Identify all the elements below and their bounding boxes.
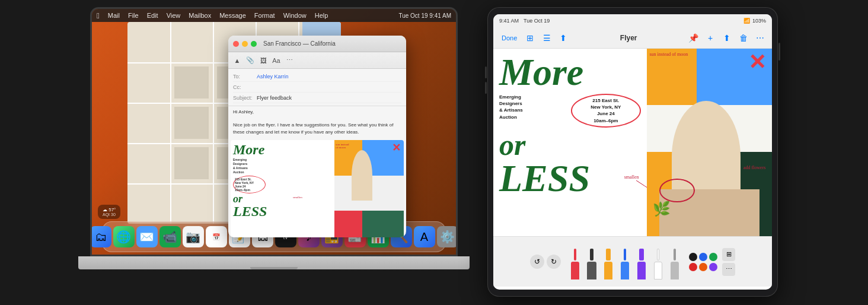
dock-settings[interactable]: ⚙️ xyxy=(437,226,457,247)
mini-less-text: LESS xyxy=(233,204,332,218)
mail-flyer-attachment: More EmergingDesigners& ArtisansAuction … xyxy=(231,140,404,237)
mail-body-text: Hi Ashley,Nice job on the flyer. I have … xyxy=(233,109,393,139)
color-green[interactable] xyxy=(709,253,717,261)
pen-tool[interactable] xyxy=(568,244,582,279)
mini-flyer-right: ✕ sun insteadof moon xyxy=(334,140,404,237)
macbook-base xyxy=(78,256,470,269)
apple-menu[interactable]:  xyxy=(97,11,100,20)
flyer-event-column1: EmergingDesigners& ArtisansAuction xyxy=(499,94,569,128)
more-icon[interactable]: ⋯ xyxy=(284,55,295,66)
lasso-tool[interactable] xyxy=(668,244,682,279)
menu-window[interactable]: Window xyxy=(281,12,309,19)
battery-level: 103% xyxy=(752,18,766,24)
mini-annotation-sun: sun insteadof moon xyxy=(336,143,349,149)
marker-tool[interactable] xyxy=(585,244,599,279)
menu-edit[interactable]: Edit xyxy=(145,12,161,19)
mail-toolbar: ▲ 📎 🖼 Aa ⋯ xyxy=(228,52,406,69)
flyer-or-text: or xyxy=(493,130,647,160)
redo-button[interactable]: ↻ xyxy=(547,255,561,269)
color-palette xyxy=(689,253,717,271)
draw-extra-options: ⊞ ⋯ xyxy=(722,248,735,276)
ipad-volume-up[interactable] xyxy=(485,66,487,78)
color-purple[interactable] xyxy=(709,263,717,271)
ipad-statusbar: 9:41 AM Tue Oct 19 📶 103% xyxy=(493,14,772,27)
flyer-more-text: More xyxy=(493,49,647,91)
x-annotation: ✕ xyxy=(748,52,766,73)
note-title: Flyer xyxy=(620,34,637,42)
menu-format[interactable]: Format xyxy=(252,12,277,19)
mini-event-info: EmergingDesigners& ArtisansAuction xyxy=(233,158,332,174)
ipad-notes-toolbar: Done ⊞ ☰ ⬆ Flyer 📌 + ⬆ 🗑 ⋯ xyxy=(493,27,772,49)
ipad-statusbar-right: 📶 103% xyxy=(743,18,766,24)
mini-more-text: More xyxy=(233,142,332,157)
to-label: To: xyxy=(233,74,257,80)
send-icon[interactable]: ▲ xyxy=(232,55,242,66)
dock-photos[interactable]: 📷 xyxy=(183,226,204,247)
undo-button[interactable]: ↺ xyxy=(530,255,544,269)
flyer-decorative-content: ✕ sun instead of moon 🌿 add flowers xyxy=(647,49,773,236)
ipad-power-button[interactable] xyxy=(778,43,780,61)
more-options-button[interactable]: ⋯ xyxy=(722,263,735,276)
color-blue[interactable] xyxy=(699,253,707,261)
close-button[interactable] xyxy=(233,41,239,47)
menu-help[interactable]: Help xyxy=(312,12,331,19)
highlighter-tool1[interactable] xyxy=(601,244,615,279)
add-icon[interactable]: + xyxy=(704,32,716,44)
mini-annotation-smallen: smallen xyxy=(293,196,302,199)
window-title: San Francisco — California xyxy=(263,40,336,47)
maximize-button[interactable] xyxy=(251,41,257,47)
plant-decoration: 🌿 xyxy=(653,201,671,217)
cc-label: Cc: xyxy=(233,84,257,90)
annotation-flowers: add flowers xyxy=(743,165,766,170)
dock-facetime[interactable]: 📹 xyxy=(159,226,181,247)
pin-icon[interactable]: 📌 xyxy=(688,32,700,44)
ipad-date: Tue Oct 19 xyxy=(524,18,550,24)
menu-file[interactable]: File xyxy=(126,12,141,19)
more-dots-icon[interactable]: ⋯ xyxy=(754,32,766,44)
dock-mail[interactable]: ✉️ xyxy=(136,226,158,247)
subject-field-row: Subject: Flyer feedback xyxy=(233,93,401,103)
subject-label: Subject: xyxy=(233,95,257,101)
highlighter-tool2[interactable] xyxy=(634,244,649,279)
attachment-icon[interactable]: 📎 xyxy=(245,55,256,66)
trash-icon[interactable]: 🗑 xyxy=(738,32,749,44)
flyer-left-panel: More EmergingDesigners& ArtisansAuction … xyxy=(493,49,647,236)
color-red[interactable] xyxy=(689,263,697,271)
grid-option-button[interactable]: ⊞ xyxy=(722,248,735,261)
macbook:  Mail File Edit View Mailbox Message Fo… xyxy=(72,7,476,298)
color-orange[interactable] xyxy=(699,263,707,271)
subject-value[interactable]: Flyer feedback xyxy=(257,95,292,101)
mail-titlebar: San Francisco — California xyxy=(228,36,406,52)
color-black[interactable] xyxy=(689,253,697,261)
mail-fields: To: Ashley Karrin Cc: Subject: Flyer fee… xyxy=(228,69,406,106)
pencil-tool[interactable] xyxy=(618,244,632,279)
dock-appstore[interactable]: A xyxy=(414,226,435,247)
dock-calendar[interactable]: 📅 xyxy=(206,226,227,247)
ipad-volume-down[interactable] xyxy=(485,82,487,94)
photo-icon[interactable]: 🖼 xyxy=(258,55,269,66)
grid-view-icon[interactable]: ⊞ xyxy=(524,32,536,44)
mail-compose-window[interactable]: San Francisco — California ▲ 📎 🖼 Aa ⋯ To… xyxy=(228,36,406,237)
menu-view[interactable]: View xyxy=(164,12,183,19)
menu-message[interactable]: Message xyxy=(217,12,248,19)
mail-body[interactable]: Hi Ashley,Nice job on the flyer. I have … xyxy=(228,106,406,139)
share-icon[interactable]: ⬆ xyxy=(557,32,569,44)
eraser-tool[interactable] xyxy=(651,244,665,279)
menubar-right: Tue Oct 19 9:41 AM xyxy=(398,12,451,19)
to-value[interactable]: Ashley Karrin xyxy=(257,74,289,80)
color-block-orange xyxy=(647,49,697,105)
format-icon[interactable]: Aa xyxy=(271,55,282,66)
list-view-icon[interactable]: ☰ xyxy=(541,32,553,44)
dock-finder[interactable]: 🗂 xyxy=(92,226,111,247)
dock-safari[interactable]: 🌐 xyxy=(113,226,135,247)
macbook-screen:  Mail File Edit View Mailbox Message Fo… xyxy=(92,9,456,255)
minimize-button[interactable] xyxy=(242,41,248,47)
menu-mail[interactable]: Mail xyxy=(106,12,122,19)
menubar-datetime: Tue Oct 19 9:41 AM xyxy=(398,12,451,19)
weather-widget: ☁ 57° AQI 30 xyxy=(98,205,120,219)
menu-mailbox[interactable]: Mailbox xyxy=(186,12,213,19)
color-row-1 xyxy=(689,253,717,261)
share2-icon[interactable]: ⬆ xyxy=(721,32,733,44)
annotation-smallen: smallen xyxy=(624,174,639,180)
done-button[interactable]: Done xyxy=(499,33,519,43)
